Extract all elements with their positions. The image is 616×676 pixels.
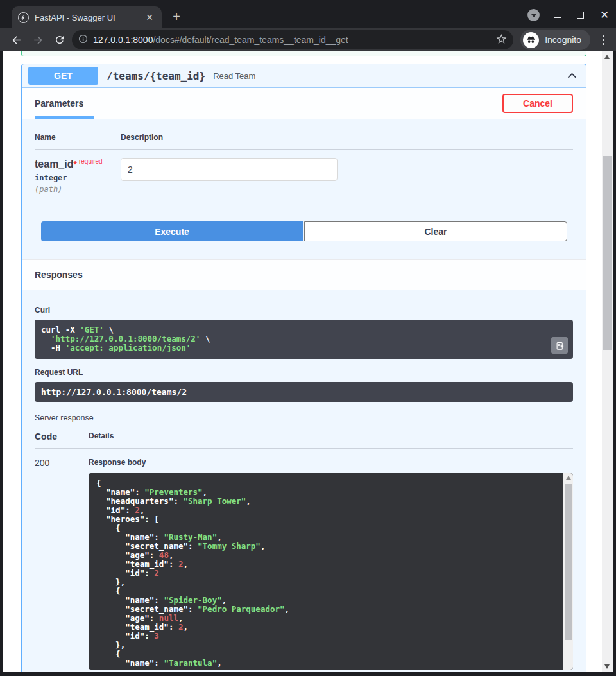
column-header-name: Name: [35, 133, 121, 142]
responses-body: Curl curl -X 'GET' \ 'http://127.0.0.1:8…: [22, 290, 586, 672]
response-body-block[interactable]: { "name": "Preventers", "headquarters": …: [89, 473, 573, 670]
browser-update-icon[interactable]: [527, 9, 540, 21]
window-close-button[interactable]: ✕: [599, 10, 610, 21]
response-json: { "name": "Preventers", "headquarters": …: [96, 479, 565, 668]
fastapi-favicon: [18, 12, 29, 23]
new-tab-button[interactable]: +: [169, 10, 184, 24]
cancel-button[interactable]: Cancel: [502, 94, 573, 113]
clear-button[interactable]: Clear: [304, 221, 567, 241]
bookmark-star-icon[interactable]: [496, 33, 507, 47]
server-response-label: Server response: [35, 413, 573, 422]
browser-menu-icon[interactable]: [597, 33, 610, 47]
page-scrollbar[interactable]: [602, 51, 613, 672]
column-header-code: Code: [35, 431, 89, 442]
response-row: 200 Response body { "name": "Preventers"…: [35, 449, 573, 670]
curl-code-block[interactable]: curl -X 'GET' \ 'http://127.0.0.1:8000/t…: [35, 320, 573, 359]
parameters-table: Name Description team_id*required intege…: [22, 119, 586, 194]
responses-title: Responses: [35, 270, 83, 280]
parameter-name: team_id*required: [35, 158, 121, 170]
required-asterisk: *: [73, 159, 76, 169]
browser-chrome: FastAPI - Swagger UI ✕ + ✕ 127.0.0.1:800…: [0, 0, 616, 51]
reload-icon[interactable]: [53, 33, 67, 47]
curl-label: Curl: [35, 306, 573, 315]
endpoint-path: /teams/{team_id}: [107, 70, 205, 82]
tab-parameters[interactable]: Parameters: [35, 98, 83, 108]
previous-opblock-bottom-edge: [21, 51, 586, 56]
incognito-icon: [523, 32, 539, 48]
page-scroll-down-icon[interactable]: [604, 664, 610, 669]
endpoint-summary: Read Team: [213, 71, 255, 81]
window-maximize-button[interactable]: [577, 12, 584, 19]
scroll-up-arrow-icon[interactable]: [566, 476, 571, 480]
tab-strip: FastAPI - Swagger UI ✕ + ✕: [0, 0, 616, 28]
browser-toolbar: 127.0.0.1:8000/docs#/default/read_team_t…: [0, 28, 616, 51]
page-scrollbar-thumb[interactable]: [603, 156, 612, 350]
request-url-label: Request URL: [35, 368, 573, 377]
tab-close-icon[interactable]: ✕: [144, 12, 155, 23]
site-info-icon[interactable]: [78, 34, 88, 46]
window-minimize-button[interactable]: [554, 12, 561, 18]
parameter-type: integer: [35, 173, 121, 182]
required-label: required: [79, 158, 103, 165]
parameter-location: (path): [35, 185, 121, 194]
team-id-input[interactable]: [121, 158, 338, 181]
response-scrollbar-thumb[interactable]: [565, 484, 572, 640]
status-code: 200: [35, 458, 89, 670]
execute-button[interactable]: Execute: [41, 221, 303, 241]
browser-tab[interactable]: FastAPI - Swagger UI ✕: [12, 6, 162, 28]
opblock-get-teams: GET /teams/{team_id} Read Team Parameter…: [21, 64, 586, 672]
url-bar[interactable]: 127.0.0.1:8000/docs#/default/read_team_t…: [72, 30, 513, 49]
column-header-details: Details: [89, 431, 114, 442]
request-url-value: http://127.0.0.1:8000/teams/2: [35, 382, 573, 402]
page-scroll-up-icon[interactable]: [604, 55, 610, 59]
incognito-label: Incognito: [545, 35, 581, 45]
responses-section-header: Responses: [22, 259, 586, 290]
parameter-row: team_id*required integer (path): [35, 150, 573, 194]
opblock-summary[interactable]: GET /teams/{team_id} Read Team: [22, 64, 586, 88]
parameters-tab-underline: [35, 116, 94, 119]
response-body-scrollbar[interactable]: [563, 473, 573, 670]
parameters-section-header: Parameters Cancel: [22, 88, 586, 119]
response-body-label: Response body: [89, 458, 573, 467]
copy-to-clipboard-button[interactable]: [551, 337, 568, 354]
forward-icon[interactable]: [31, 33, 45, 47]
swagger-page: GET /teams/{team_id} Read Team Parameter…: [3, 51, 602, 672]
url-text[interactable]: 127.0.0.1:8000/docs#/default/read_team_t…: [93, 35, 496, 45]
back-icon[interactable]: [9, 33, 23, 47]
http-method-badge: GET: [28, 67, 98, 85]
incognito-badge: Incognito: [520, 30, 590, 50]
tab-title: FastAPI - Swagger UI: [35, 13, 144, 22]
collapse-chevron-up-icon[interactable]: [564, 68, 579, 83]
column-header-description: Description: [121, 133, 163, 142]
